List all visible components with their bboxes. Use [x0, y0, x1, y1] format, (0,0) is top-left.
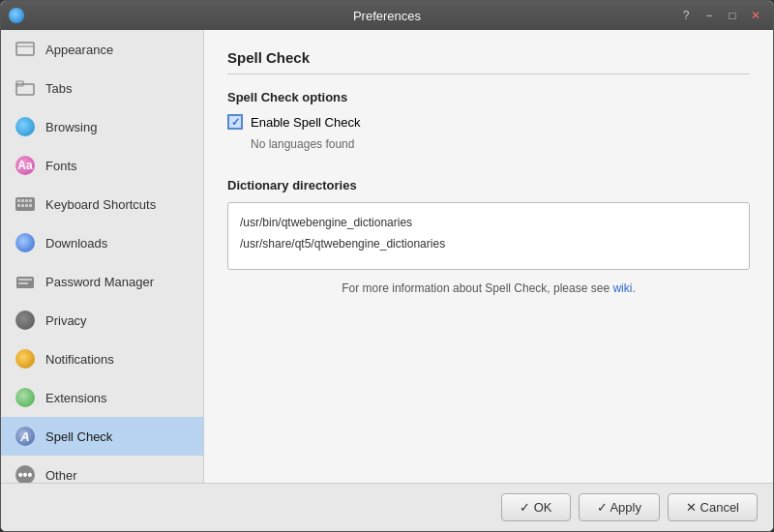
svg-rect-10 [21, 204, 24, 207]
sidebar-label-tabs: Tabs [45, 81, 72, 96]
dict-path-2: /usr/share/qt5/qtwebengine_dictionaries [240, 234, 737, 255]
titlebar-controls: ? − □ ✕ [676, 6, 765, 25]
svg-rect-0 [16, 43, 34, 55]
sidebar-label-password-manager: Password Manager [45, 275, 154, 289]
info-text: For more information about Spell Check, … [227, 281, 750, 295]
sidebar-item-downloads[interactable]: Downloads [1, 223, 203, 262]
svg-rect-8 [29, 199, 32, 202]
sidebar-item-other[interactable]: ••• Other [1, 456, 203, 483]
sidebar-label-notifications: Notifications [45, 352, 114, 367]
ok-button[interactable]: ✓ OK [501, 493, 570, 521]
maximize-button[interactable]: □ [723, 6, 742, 25]
svg-rect-9 [17, 204, 20, 207]
downloads-icon [15, 232, 36, 253]
sidebar-item-notifications[interactable]: Notifications [1, 340, 203, 378]
titlebar: Preferences ? − □ ✕ [1, 1, 773, 30]
sidebar-label-keyboard-shortcuts: Keyboard Shortcuts [45, 197, 156, 212]
other-icon: ••• [15, 464, 36, 483]
svg-rect-14 [18, 279, 32, 281]
enable-spell-check-row: Enable Spell Check [227, 114, 750, 130]
info-text-prefix: For more information about Spell Check, … [342, 281, 612, 295]
spell-check-options-title: Spell Check options [227, 90, 750, 104]
enable-spell-check-label: Enable Spell Check [251, 115, 360, 130]
svg-rect-5 [17, 199, 20, 202]
sidebar-item-password-manager[interactable]: Password Manager [1, 262, 203, 301]
tabs-icon [15, 77, 36, 99]
apply-button[interactable]: ✓ Apply [579, 493, 660, 521]
info-text-suffix: . [632, 281, 635, 295]
cancel-button[interactable]: ✕ Cancel [668, 493, 758, 521]
notifications-icon [15, 348, 36, 369]
minimize-button[interactable]: − [700, 6, 719, 25]
sidebar-label-other: Other [45, 468, 77, 483]
sidebar-item-spell-check[interactable]: A Spell Check [1, 417, 203, 456]
no-languages-text: No languages found [251, 137, 750, 151]
sidebar-label-appearance: Appearance [45, 43, 113, 57]
page-title: Spell Check [227, 49, 750, 74]
sidebar-label-extensions: Extensions [45, 391, 107, 405]
sidebar-label-spell-check: Spell Check [45, 429, 112, 444]
enable-spell-check-checkbox[interactable] [227, 114, 243, 130]
sidebar-label-privacy: Privacy [45, 313, 87, 328]
keyboard-shortcuts-icon [15, 193, 36, 215]
sidebar-label-downloads: Downloads [45, 236, 107, 251]
dictionary-paths-box: /usr/bin/qtwebengine_dictionaries /usr/s… [227, 202, 750, 270]
titlebar-left [9, 8, 24, 23]
svg-rect-7 [25, 199, 28, 202]
footer: ✓ OK ✓ Apply ✕ Cancel [1, 483, 773, 531]
dictionary-directories-title: Dictionary directories [227, 178, 750, 192]
sidebar-label-fonts: Fonts [45, 159, 77, 173]
sidebar-label-browsing: Browsing [45, 120, 97, 134]
svg-rect-11 [25, 204, 28, 207]
preferences-window: Preferences ? − □ ✕ Appearance Tabs [0, 0, 774, 532]
app-icon [9, 8, 24, 23]
sidebar-item-tabs[interactable]: Tabs [1, 69, 203, 107]
svg-rect-15 [18, 282, 28, 284]
help-button[interactable]: ? [676, 6, 696, 25]
svg-rect-6 [21, 199, 24, 202]
svg-rect-12 [29, 204, 32, 207]
sidebar-item-browsing[interactable]: Browsing [1, 107, 203, 146]
sidebar-item-appearance[interactable]: Appearance [1, 30, 203, 69]
sidebar-item-fonts[interactable]: Aa Fonts [1, 146, 203, 185]
password-manager-icon [15, 271, 36, 292]
extensions-icon [15, 387, 36, 408]
spell-check-icon: A [15, 426, 36, 447]
browsing-icon [15, 116, 36, 137]
sidebar: Appearance Tabs Browsing Aa Fonts [1, 30, 204, 483]
wiki-link[interactable]: wiki [612, 281, 632, 295]
sidebar-item-extensions[interactable]: Extensions [1, 378, 203, 417]
window-title: Preferences [353, 9, 421, 23]
fonts-icon: Aa [15, 155, 36, 176]
privacy-icon [15, 310, 36, 331]
appearance-icon [15, 39, 36, 60]
dictionary-section: Dictionary directories /usr/bin/qtwebeng… [227, 178, 750, 295]
sidebar-item-privacy[interactable]: Privacy [1, 301, 203, 340]
sidebar-item-keyboard-shortcuts[interactable]: Keyboard Shortcuts [1, 185, 203, 223]
main-panel: Spell Check Spell Check options Enable S… [204, 30, 773, 483]
close-button[interactable]: ✕ [746, 6, 765, 25]
content-area: Appearance Tabs Browsing Aa Fonts [1, 30, 773, 483]
dict-path-1: /usr/bin/qtwebengine_dictionaries [240, 213, 737, 234]
